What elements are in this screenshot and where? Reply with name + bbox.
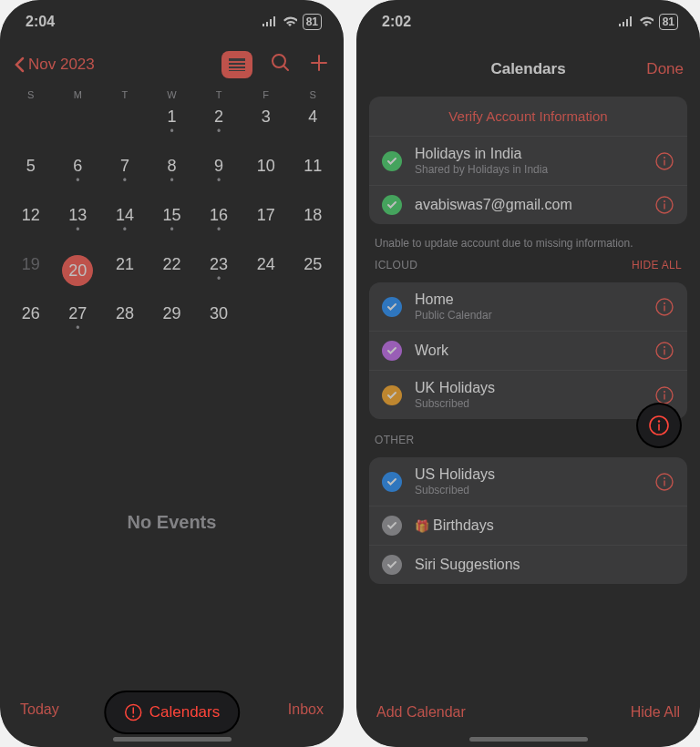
calendar-grid[interactable]: 1•2•3456•7•8•9•10111213•14•15•16•1718192…	[0, 102, 344, 348]
checkmark-icon	[382, 385, 402, 405]
calendar-item[interactable]: Siri Suggestions	[369, 546, 687, 584]
other-section: US HolidaysSubscribed🎁BirthdaysSiri Sugg…	[369, 457, 687, 584]
checkmark-icon	[382, 195, 402, 215]
calendar-day[interactable]: 1•	[149, 102, 196, 151]
hide-all-button[interactable]: Hide All	[631, 704, 680, 721]
calendar-day[interactable]: 14•	[101, 200, 149, 250]
right-phone: 2:02 81 Calendars Done Verify Account In…	[356, 0, 700, 747]
svg-point-8	[664, 302, 665, 304]
today-button[interactable]: Today	[20, 701, 59, 718]
calendar-day[interactable]	[101, 102, 149, 151]
hide-all-icloud-button[interactable]: HIDE ALL	[632, 259, 682, 271]
calendar-day[interactable]: 9•	[195, 151, 242, 200]
svg-point-4	[664, 157, 665, 159]
calendar-item-subtitle: Subscribed	[415, 484, 642, 496]
info-button[interactable]	[654, 195, 674, 215]
checkmark-icon	[382, 555, 402, 575]
other-header-label: OTHER	[375, 434, 415, 446]
done-button[interactable]: Done	[646, 60, 684, 78]
weekday-cell: S	[7, 89, 55, 100]
calendar-item[interactable]: 🎁Birthdays	[369, 507, 687, 546]
checkmark-icon	[382, 151, 402, 171]
wifi-icon	[283, 14, 297, 30]
calendar-day[interactable]: 10	[242, 151, 290, 200]
calendar-day[interactable]: 5	[7, 151, 55, 200]
calendar-item-subtitle: Subscribed	[415, 397, 642, 410]
weekday-cell: W	[149, 89, 196, 100]
calendar-day[interactable]: 13•	[55, 200, 102, 250]
calendar-day[interactable]: 3	[242, 102, 290, 151]
calendar-day[interactable]: 17	[242, 200, 290, 250]
weekday-cell: T	[195, 89, 242, 100]
calendar-day[interactable]: 22	[149, 250, 196, 299]
calendar-day[interactable]: 4	[289, 102, 336, 151]
calendar-item-title: UK Holidays	[415, 380, 642, 396]
calendar-day[interactable]: 24	[242, 250, 290, 299]
chevron-left-icon	[15, 56, 25, 73]
modal-title: Calendars	[490, 60, 565, 78]
search-button[interactable]	[271, 53, 291, 77]
cellular-icon	[618, 14, 633, 30]
calendar-day[interactable]: 19	[7, 250, 55, 299]
calendars-button[interactable]: Calendars	[106, 692, 239, 732]
info-button[interactable]	[654, 472, 674, 492]
calendar-item-title: US Holidays	[415, 466, 642, 483]
checkmark-icon	[382, 341, 402, 361]
list-view-button[interactable]	[221, 51, 252, 78]
calendar-day[interactable]: 11	[289, 151, 336, 200]
home-indicator[interactable]	[113, 737, 232, 742]
calendar-day[interactable]: 20	[55, 250, 102, 299]
calendar-day[interactable]: 30	[195, 299, 242, 348]
weekday-cell: T	[101, 89, 149, 100]
calendar-day[interactable]	[7, 102, 55, 151]
status-right: 81	[262, 14, 322, 30]
info-button[interactable]	[654, 151, 674, 171]
info-button[interactable]	[654, 385, 674, 405]
add-button[interactable]	[309, 53, 329, 77]
calendar-item[interactable]: Holidays in IndiaShared by Holidays in I…	[369, 137, 687, 186]
calendar-day[interactable]: 27•	[55, 299, 102, 348]
calendar-item[interactable]: avabiswas7@gmail.com	[369, 186, 687, 224]
inbox-button[interactable]: Inbox	[288, 701, 324, 718]
calendar-item[interactable]: HomePublic Calendar	[369, 282, 687, 332]
calendar-item[interactable]: Work	[369, 332, 687, 371]
calendar-day[interactable]	[242, 299, 290, 348]
calendar-day[interactable]: 29	[149, 299, 196, 348]
calendar-item-title: 🎁Birthdays	[415, 517, 674, 534]
calendar-day[interactable]: 2•	[195, 102, 242, 151]
info-button[interactable]	[638, 404, 680, 446]
calendar-day[interactable]: 8•	[149, 151, 196, 200]
home-indicator[interactable]	[469, 737, 588, 742]
calendar-day[interactable]: 28	[101, 299, 149, 348]
calendar-day[interactable]	[289, 299, 336, 348]
calendars-label: Calendars	[149, 703, 221, 721]
weekday-row: SMTWTFS	[0, 84, 344, 102]
calendar-day[interactable]: 26	[7, 299, 55, 348]
nav-row: Nov 2023	[0, 44, 344, 84]
calendar-day[interactable]: 15•	[149, 200, 196, 250]
status-time: 2:04	[26, 14, 55, 30]
calendar-day[interactable]: 6•	[55, 151, 102, 200]
add-calendar-button[interactable]: Add Calendar	[376, 704, 466, 721]
modal-header: Calendars Done	[356, 44, 700, 89]
calendar-item[interactable]: UK HolidaysSubscribed	[369, 371, 687, 419]
verify-account-row[interactable]: Verify Account Information	[369, 97, 687, 137]
battery-icon: 81	[659, 14, 678, 30]
calendar-day[interactable]: 16•	[195, 200, 242, 250]
calendar-item[interactable]: US HolidaysSubscribed	[369, 457, 687, 507]
back-button[interactable]: Nov 2023	[15, 56, 95, 74]
status-bar: 2:04 81	[0, 0, 344, 44]
calendar-day[interactable]: 25	[289, 250, 336, 299]
calendar-day[interactable]: 18	[289, 200, 336, 250]
account-footer-note: Unable to update account due to missing …	[356, 231, 700, 251]
svg-point-2	[132, 716, 134, 718]
icloud-header-label: ICLOUD	[375, 259, 417, 271]
calendar-day[interactable]: 21	[101, 250, 149, 299]
calendar-item-title: Work	[415, 343, 642, 359]
calendar-day[interactable]: 7•	[101, 151, 149, 200]
info-button[interactable]	[654, 297, 674, 317]
info-button[interactable]	[654, 341, 674, 361]
calendar-day[interactable]: 12	[7, 200, 55, 250]
calendar-day[interactable]	[55, 102, 102, 151]
calendar-day[interactable]: 23•	[195, 250, 242, 299]
